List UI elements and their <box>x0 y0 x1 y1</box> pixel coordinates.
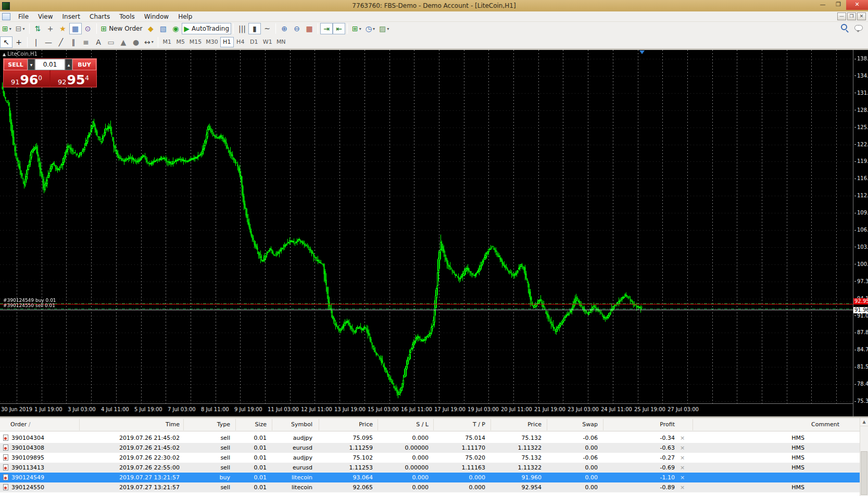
chart-close-button[interactable]: ✕ <box>857 12 866 20</box>
window-maximize-button[interactable]: ❐ <box>831 0 846 10</box>
header-order[interactable]: Order / <box>10 421 30 428</box>
dropdown-arrow-icon[interactable]: ▾ <box>387 27 389 31</box>
period-m30-button[interactable]: M30 <box>204 37 220 47</box>
bar-chart-button[interactable]: ||| <box>236 23 248 34</box>
menu-view[interactable]: View <box>33 12 57 21</box>
periods-button[interactable]: ◷▾ <box>363 23 377 34</box>
indicators-button[interactable]: ⊞▾ <box>350 23 363 34</box>
dropdown-arrow-icon[interactable]: ▾ <box>9 27 11 31</box>
window-close-button[interactable]: ✕ <box>846 0 868 10</box>
close-position-icon[interactable]: × <box>680 464 685 471</box>
table-scrollbar[interactable]: ▲ <box>860 418 868 496</box>
chart-shift-button[interactable]: ⇤ <box>333 23 345 34</box>
chart-plot-area[interactable]: ▲LiteCoin,H1 SELL ▼ 0.01 ▲ BUY 91960 929… <box>0 50 853 403</box>
chart-restore-button[interactable]: ❐ <box>847 12 856 20</box>
channel-button[interactable]: ∥ <box>67 36 80 48</box>
strategy-tester-button[interactable]: ⊙ <box>82 23 94 34</box>
volume-decrease-button[interactable]: ▼ <box>28 59 35 70</box>
header-price[interactable]: Price <box>310 421 373 428</box>
menu-help[interactable]: Help <box>173 12 197 21</box>
new-chart-button[interactable]: ⊞▾ <box>0 23 14 34</box>
window-minimize-button[interactable]: — <box>815 0 831 10</box>
order-row-390109895[interactable]: 3901098952019.07.26 22:30:02sell0.01audj… <box>0 453 860 463</box>
dropdown-arrow-icon[interactable]: ▾ <box>152 40 154 44</box>
tile-windows-button[interactable]: ▦ <box>303 23 316 34</box>
period-h4-button[interactable]: H4 <box>234 37 247 47</box>
chart-shift-marker-icon[interactable] <box>639 50 645 57</box>
search-icon[interactable] <box>841 24 847 30</box>
close-position-icon[interactable]: × <box>680 484 685 491</box>
market-watch-button[interactable]: ⇅ <box>32 23 44 34</box>
auto-scroll-button[interactable]: ⇥ <box>320 23 333 34</box>
menu-tools[interactable]: Tools <box>115 12 140 21</box>
menu-file[interactable]: File <box>14 12 33 21</box>
period-w1-button[interactable]: W1 <box>261 37 274 47</box>
period-h1-button[interactable]: H1 <box>220 37 234 47</box>
collapse-panel-icon[interactable]: ▲ <box>3 52 6 57</box>
horizontal-line-button[interactable]: — <box>42 36 55 48</box>
scrollbar-thumb[interactable] <box>861 451 867 495</box>
chart-symbol-label[interactable]: ▲LiteCoin,H1 <box>3 51 37 57</box>
close-position-icon[interactable]: × <box>680 444 685 451</box>
sell-button[interactable]: SELL <box>4 59 28 70</box>
cursor-button[interactable]: ↖ <box>0 36 12 48</box>
vertical-line-button[interactable]: | <box>30 36 42 48</box>
fibonacci-button[interactable]: ≡ <box>80 36 92 48</box>
chat-icon[interactable] <box>854 25 863 31</box>
header-symbol[interactable]: Symbol <box>250 421 312 428</box>
menu-window[interactable]: Window <box>140 12 173 21</box>
candlestick-chart-canvas[interactable] <box>0 50 853 403</box>
period-m15-button[interactable]: M15 <box>187 37 204 47</box>
triangle-button[interactable]: ▲ <box>117 36 130 48</box>
close-position-icon[interactable]: × <box>680 474 685 481</box>
header-profit[interactable]: Profit <box>612 421 675 428</box>
autotrading-button[interactable]: ▶AutoTrading <box>182 23 231 34</box>
order-row-390124550[interactable]: 3901245502019.07.27 13:21:57sell0.01lite… <box>0 482 860 492</box>
profiles-button[interactable]: ⊟▾ <box>14 23 27 34</box>
line-chart-button[interactable]: ~ <box>261 23 273 34</box>
period-d1-button[interactable]: D1 <box>247 37 261 47</box>
zoom-in-button[interactable]: ⊕ <box>278 23 291 34</box>
templates-button[interactable]: ▨▾ <box>377 23 391 34</box>
dropdown-arrow-icon[interactable]: ▾ <box>373 27 375 31</box>
menu-insert[interactable]: Insert <box>58 12 85 21</box>
rectangle-button[interactable]: ▭ <box>105 36 117 48</box>
volume-input[interactable]: 0.01 <box>35 59 65 70</box>
order-row-390113413[interactable]: 3901134132019.07.26 22:55:00sell0.01euru… <box>0 463 860 473</box>
text-button[interactable]: A <box>92 36 105 48</box>
chart-minimize-button[interactable]: — <box>837 12 846 20</box>
trendline-button[interactable]: ╱ <box>55 36 67 48</box>
header-tp[interactable]: T / P <box>423 421 485 428</box>
chart-system-menu-icon[interactable] <box>2 13 10 20</box>
buy-button[interactable]: BUY <box>72 59 96 70</box>
period-m1-button[interactable]: M1 <box>160 37 174 47</box>
header-comment[interactable]: Comment <box>777 421 839 428</box>
bid-price-display[interactable]: 91960 <box>4 70 49 87</box>
terminal-button[interactable]: ▦ <box>69 23 82 34</box>
header-sl[interactable]: S / L <box>366 421 429 428</box>
alerts-button[interactable]: ◉ <box>169 23 182 34</box>
header-price2[interactable]: Price <box>479 421 542 428</box>
order-row-390104304[interactable]: 3901043042019.07.26 21:45:02sell0.01audj… <box>0 433 860 443</box>
scrollbar-up-icon[interactable]: ▲ <box>860 418 868 426</box>
menu-charts[interactable]: Charts <box>85 12 115 21</box>
dropdown-arrow-icon[interactable]: ▾ <box>359 27 361 31</box>
dropdown-arrow-icon[interactable]: ▾ <box>22 27 24 31</box>
zoom-out-button[interactable]: ⊖ <box>291 23 303 34</box>
volume-increase-button[interactable]: ▲ <box>65 59 72 70</box>
navigator-button[interactable]: ★ <box>57 23 69 34</box>
order-row-390104308[interactable]: 3901043082019.07.26 21:45:02sell0.01euru… <box>0 443 860 453</box>
order-row-390124549[interactable]: 3901245492019.07.27 13:21:57buy0.01litec… <box>0 473 860 482</box>
ellipse-button[interactable]: ● <box>130 36 142 48</box>
header-swap[interactable]: Swap <box>535 421 598 428</box>
period-mn-button[interactable]: MN <box>274 37 288 47</box>
metaeditor-button[interactable]: ◆ <box>144 23 157 34</box>
ask-price-display[interactable]: 92954 <box>51 70 96 87</box>
arrows-button[interactable]: ↔▾ <box>142 36 156 48</box>
close-position-icon[interactable]: × <box>680 435 685 441</box>
data-window-button[interactable]: + <box>44 23 57 34</box>
experts-button[interactable]: ▧ <box>157 23 169 34</box>
crosshair-button[interactable]: + <box>12 36 25 48</box>
candlestick-button[interactable]: ▮ <box>248 23 261 34</box>
new-order-button[interactable]: ⊞New Order <box>99 23 145 34</box>
